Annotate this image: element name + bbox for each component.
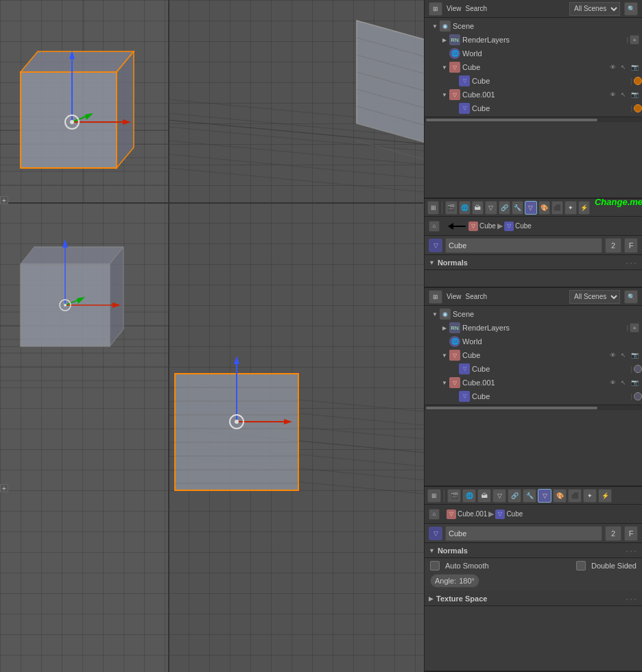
outliner-top-scene-select[interactable]: All Scenes — [569, 2, 620, 16]
tree-item-cube-parent[interactable]: ▼ ▽ Cube 👁 ↖ 📷 — [425, 60, 642, 74]
object-tab-btn[interactable]: ▽ — [485, 201, 497, 215]
cube001-eye-btn[interactable]: 👁 — [608, 90, 617, 99]
cube001-2-cursor-btn[interactable]: ↖ — [619, 378, 628, 387]
panel-toggle-top[interactable]: + — [0, 196, 8, 204]
outliner-top-view-label[interactable]: View — [447, 5, 462, 12]
cube001-2-render-btn[interactable]: 📷 — [630, 378, 639, 387]
cube001-render-btn[interactable]: 📷 — [630, 90, 639, 99]
normals-section-top[interactable]: ▼ Normals ··· — [425, 255, 642, 270]
cube001-2-eye-btn[interactable]: 👁 — [608, 378, 617, 387]
breadcrumb-home-btn[interactable]: ⌂ — [429, 221, 440, 232]
tree-arrow-scene2[interactable]: ▼ — [430, 309, 440, 319]
cube001-cursor-btn[interactable]: ↖ — [619, 90, 628, 99]
tree-item-world2[interactable]: ▶ 🌐 World — [425, 335, 642, 348]
tree-item-scene[interactable]: ▼ ◉ Scene — [425, 19, 642, 33]
tree-arrow-cube001-2[interactable]: ▼ — [440, 378, 449, 387]
texture-space-section[interactable]: ▶ Texture Space ··· — [425, 591, 642, 606]
angle-value-box[interactable]: Angle: 180° — [430, 574, 479, 588]
breadcrumb-home-btn2[interactable]: ⌂ — [429, 509, 440, 520]
cube-eye-btn[interactable]: 👁 — [608, 62, 617, 72]
outliner-top-header-icon[interactable]: ⊞ — [429, 2, 442, 16]
viewport-area[interactable]: + + — [0, 0, 424, 672]
outliner-bottom-search-btn[interactable]: 🔍 — [624, 290, 638, 304]
outliner-bottom-scrollbar[interactable] — [426, 407, 597, 409]
tree-item-cube001-parent2[interactable]: ▼ ▽ Cube.001 👁 ↖ 📷 — [425, 376, 642, 389]
cube2-child-circle[interactable] — [634, 365, 642, 373]
render-tab-btn2[interactable]: 🎬 — [447, 489, 461, 503]
tree-item-cube-child2[interactable]: ▶ ▽ Cube | — [425, 362, 642, 376]
name-input-bottom[interactable] — [445, 526, 602, 541]
tree-item-cube-child1[interactable]: ▶ ▽ Cube | — [425, 74, 642, 88]
tree-item-cube001-parent[interactable]: ▼ ▽ Cube.001 👁 ↖ 📷 — [425, 88, 642, 101]
props-icon-btn[interactable]: ⊞ — [427, 201, 439, 215]
outliner-top-search-btn[interactable]: 🔍 — [624, 2, 638, 16]
physics-tab-btn[interactable]: ⚡ — [578, 201, 590, 215]
scene-tab-btn[interactable]: 🌐 — [459, 201, 471, 215]
viewport-bottom-right[interactable] — [168, 202, 424, 672]
particle-tab-btn[interactable]: ✦ — [564, 201, 576, 215]
outliner-top-scrollbar[interactable] — [426, 119, 597, 121]
name-f-btn-bottom[interactable]: F — [624, 526, 638, 541]
tree-item-world[interactable]: ▶ 🌐 World — [425, 47, 642, 60]
viewport-top-left[interactable] — [0, 0, 168, 202]
tree-arrow-renderlayers2[interactable]: ▶ — [440, 323, 449, 333]
particle-tab-btn2[interactable]: ✦ — [583, 489, 597, 503]
modifier-tab-btn2[interactable]: 🔧 — [523, 489, 536, 503]
breadcrumb2-label2: Cube — [506, 510, 523, 518]
outliner-top-scroll[interactable] — [425, 117, 642, 122]
physics-tab-btn2[interactable]: ⚡ — [598, 489, 612, 503]
panel-toggle-bottom[interactable]: + — [0, 484, 8, 492]
normals-section-bottom[interactable]: ▼ Normals ··· — [425, 543, 642, 558]
tree-item-scene2[interactable]: ▼ ◉ Scene — [425, 307, 642, 321]
outliner-bottom-scene-select[interactable]: All Scenes — [569, 290, 620, 304]
tree-item-cube001-child1[interactable]: ▶ ▽ Cube | — [425, 101, 642, 115]
viewport-bottom-left[interactable] — [0, 202, 168, 672]
outliner-bottom-search-label[interactable]: Search — [466, 293, 488, 300]
material-tab-btn[interactable]: 🎨 — [538, 201, 550, 215]
tree-arrow-cube[interactable]: ▼ — [440, 62, 449, 72]
cube2-eye-btn[interactable]: 👁 — [608, 350, 617, 360]
render-tab-btn[interactable]: 🎬 — [445, 201, 457, 215]
cube001-2-child-circle[interactable] — [634, 392, 642, 400]
tree-arrow-cube2[interactable]: ▼ — [440, 350, 449, 360]
material-tab-btn2[interactable]: 🎨 — [553, 489, 567, 503]
outliner-bottom-view-label[interactable]: View — [447, 293, 462, 300]
data-tab-btn2[interactable]: ▽ — [538, 489, 551, 503]
cube001-child1-circle[interactable] — [634, 104, 642, 112]
tree-item-renderlayers[interactable]: ▶ RN RenderLayers | + — [425, 33, 642, 47]
tree-arrow-renderlayers[interactable]: ▶ — [440, 35, 449, 45]
world-tab-btn[interactable]: 🏔 — [472, 201, 484, 215]
renderlayers-new-btn[interactable]: + — [630, 35, 639, 45]
double-sided-checkbox[interactable] — [576, 561, 586, 571]
outliner-bottom-header-icon[interactable]: ⊞ — [429, 290, 442, 304]
outliner-bottom-scroll[interactable] — [425, 405, 642, 410]
tree-arrow-cube001[interactable]: ▼ — [440, 90, 449, 99]
name-input-top[interactable] — [445, 238, 602, 253]
auto-smooth-checkbox[interactable] — [430, 561, 440, 571]
tree-item-cube-parent2[interactable]: ▼ ▽ Cube 👁 ↖ 📷 — [425, 348, 642, 362]
tree-item-renderlayers2[interactable]: ▶ RN RenderLayers | + — [425, 321, 642, 335]
name-f-btn-top[interactable]: F — [624, 238, 638, 253]
tree-arrow-scene[interactable]: ▼ — [430, 21, 440, 31]
cube001-2-mesh-icon: ▽ — [449, 377, 460, 388]
props-bottom-icon-btn[interactable]: ⊞ — [427, 489, 441, 503]
modifier-tab-btn[interactable]: 🔧 — [512, 201, 523, 215]
constraint-tab-btn2[interactable]: 🔗 — [508, 489, 521, 503]
tree-label-scene2: Scene — [453, 310, 642, 318]
world-tab-btn2[interactable]: 🏔 — [477, 489, 491, 503]
data-tab-btn[interactable]: ▽ — [525, 201, 536, 215]
cube2-render-btn[interactable]: 📷 — [630, 350, 639, 360]
texture-tab-btn[interactable]: ⬛ — [551, 201, 563, 215]
cube-child1-circle[interactable] — [634, 77, 642, 85]
tree-item-cube001-child2[interactable]: ▶ ▽ Cube | — [425, 389, 642, 403]
renderlayers2-new-btn[interactable]: + — [630, 323, 639, 333]
cube2-cursor-btn[interactable]: ↖ — [619, 350, 628, 360]
outliner-top-search-label[interactable]: Search — [466, 5, 488, 12]
cube-cursor-btn[interactable]: ↖ — [619, 62, 628, 72]
texture-tab-btn2[interactable]: ⬛ — [568, 489, 582, 503]
viewport-top-right[interactable] — [168, 0, 424, 202]
constraint-tab-btn[interactable]: 🔗 — [499, 201, 510, 215]
object-tab-btn2[interactable]: ▽ — [492, 489, 506, 503]
cube-render-btn[interactable]: 📷 — [630, 62, 639, 72]
scene-tab-btn2[interactable]: 🌐 — [462, 489, 476, 503]
